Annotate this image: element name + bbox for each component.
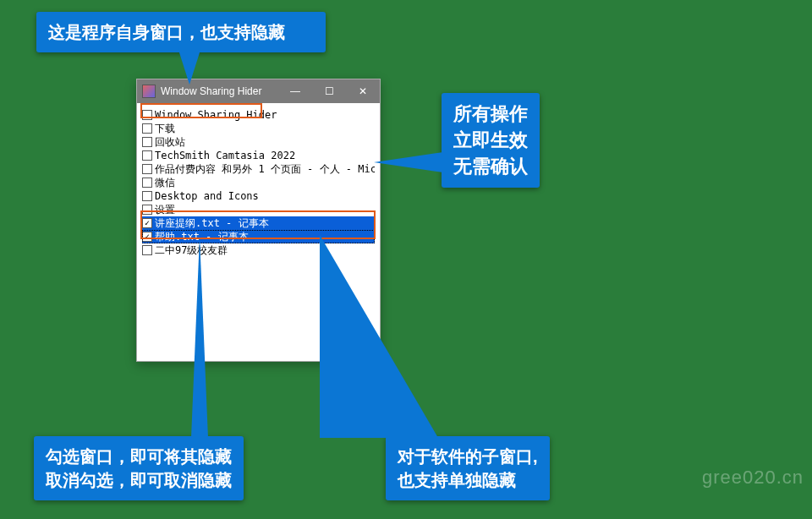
list-item-label: 讲座提纲.txt - 记事本: [155, 216, 269, 230]
list-item[interactable]: TechSmith Camtasia 2022: [142, 149, 375, 162]
checkbox[interactable]: [142, 178, 152, 188]
list-item[interactable]: 作品付费内容 和另外 1 个页面 - 个人 - Microsoft? Ed: [142, 162, 375, 176]
callout-subwindow: 对于软件的子窗口, 也支持单独隐藏: [386, 436, 550, 500]
list-item-label: Window Sharing Hider: [155, 108, 277, 122]
checkbox[interactable]: [142, 150, 152, 161]
checkbox[interactable]: [142, 164, 152, 174]
list-item[interactable]: 下载: [142, 122, 375, 135]
callout-top-pointer: [178, 47, 201, 85]
checkbox[interactable]: [142, 245, 152, 255]
checkbox[interactable]: [142, 191, 152, 201]
list-item-label: 回收站: [155, 135, 185, 149]
watermark: gree020.cn: [702, 467, 804, 489]
callout-br-pointer: [320, 235, 438, 438]
callout-self-window: 这是程序自身窗口，也支持隐藏: [36, 12, 326, 52]
close-button[interactable]: ✕: [346, 79, 380, 103]
checkbox[interactable]: ✓: [142, 232, 152, 242]
list-item-label: Desktop and Icons: [155, 189, 259, 203]
checkbox[interactable]: [142, 137, 152, 147]
checkbox[interactable]: ✓: [142, 218, 152, 228]
list-item[interactable]: 微信: [142, 176, 375, 189]
callout-check-hide: 勾选窗口，即可将其隐藏 取消勾选，即可取消隐藏: [34, 436, 244, 500]
checkbox[interactable]: [142, 205, 152, 215]
list-item[interactable]: Desktop and Icons: [142, 189, 375, 203]
checkbox[interactable]: [142, 110, 152, 120]
minimize-button[interactable]: —: [278, 79, 312, 103]
list-item[interactable]: 设置: [142, 203, 375, 216]
list-item[interactable]: Window Sharing Hider: [142, 108, 375, 122]
list-item-label: 作品付费内容 和另外 1 个页面 - 个人 - Microsoft? Ed: [155, 162, 375, 176]
list-item-label: 微信: [155, 176, 175, 189]
callout-immediate: 所有操作 立即生效 无需确认: [442, 93, 540, 188]
window-title: Window Sharing Hider: [161, 85, 278, 97]
list-item-label: 下载: [155, 122, 175, 135]
maximize-button[interactable]: ☐: [312, 79, 346, 103]
callout-right-pointer: [374, 152, 443, 172]
titlebar[interactable]: Window Sharing Hider — ☐ ✕: [137, 79, 380, 103]
app-icon: [142, 85, 156, 98]
checkbox[interactable]: [142, 123, 152, 134]
list-item[interactable]: ✓讲座提纲.txt - 记事本: [142, 216, 375, 230]
list-item-label: TechSmith Camtasia 2022: [155, 149, 295, 162]
list-item-label: 设置: [155, 203, 175, 216]
list-item[interactable]: 回收站: [142, 135, 375, 149]
callout-bl-pointer: [191, 237, 208, 438]
